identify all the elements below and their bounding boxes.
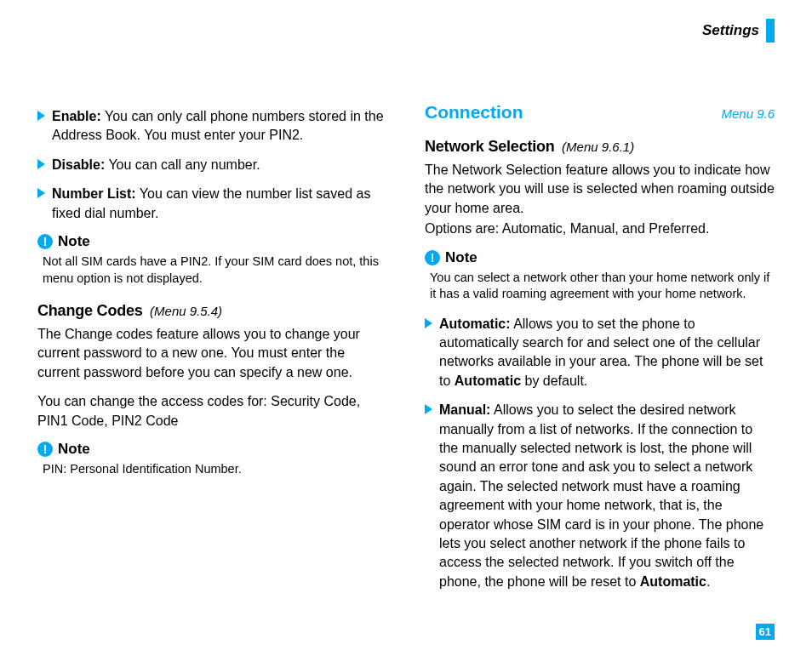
note-heading: ! Note bbox=[37, 441, 387, 458]
arrow-icon bbox=[37, 111, 45, 121]
arrow-icon bbox=[425, 318, 432, 328]
list-item: Manual: Allows you to select the desired… bbox=[425, 401, 775, 591]
page-header: Settings bbox=[702, 19, 775, 43]
note-label: Note bbox=[58, 233, 90, 250]
paragraph: The Change codes feature allows you to c… bbox=[37, 325, 387, 382]
paragraph: You can change the access codes for: Sec… bbox=[37, 392, 387, 430]
section-title: Connection bbox=[425, 102, 523, 123]
right-column: Connection Menu 9.6 Network Selection (M… bbox=[425, 102, 775, 602]
paragraph: The Network Selection feature allows you… bbox=[425, 161, 775, 218]
bullet-text: Automatic: Allows you to set the phone t… bbox=[439, 315, 775, 391]
subheading-change-codes: Change Codes (Menu 9.5.4) bbox=[37, 302, 387, 320]
note-text: You can select a network other than your… bbox=[430, 270, 775, 303]
arrow-icon bbox=[37, 188, 45, 198]
paragraph: Options are: Automatic, Manual, and Pref… bbox=[425, 220, 775, 238]
note-label: Note bbox=[58, 441, 90, 458]
header-accent-bar bbox=[766, 19, 775, 43]
info-icon: ! bbox=[37, 442, 53, 457]
left-column: Enable: You can only call phone numbers … bbox=[37, 102, 387, 602]
bullet-text: Manual: Allows you to select the desired… bbox=[439, 401, 775, 591]
arrow-icon bbox=[37, 159, 45, 169]
note-text: Not all SIM cards have a PIN2. If your S… bbox=[43, 254, 387, 287]
note-text: PIN: Personal Identification Number. bbox=[43, 461, 387, 478]
note-label: Note bbox=[445, 249, 477, 266]
section-heading-connection: Connection Menu 9.6 bbox=[425, 102, 775, 123]
list-item: Enable: You can only call phone numbers … bbox=[37, 107, 387, 145]
list-item: Number List: You can view the number lis… bbox=[37, 185, 387, 223]
subheading-network-selection: Network Selection (Menu 9.6.1) bbox=[425, 138, 775, 156]
page-number-badge: 61 bbox=[756, 624, 775, 640]
bullet-text: Disable: You can call any number. bbox=[52, 156, 387, 174]
list-item: Disable: You can call any number. bbox=[37, 156, 387, 174]
info-icon: ! bbox=[425, 250, 440, 265]
section-menu-ref: Menu 9.6 bbox=[721, 106, 775, 121]
note-heading: ! Note bbox=[37, 233, 387, 250]
arrow-icon bbox=[425, 404, 432, 414]
bullet-text: Number List: You can view the number lis… bbox=[52, 185, 387, 223]
header-title: Settings bbox=[702, 22, 759, 39]
note-heading: ! Note bbox=[425, 249, 775, 266]
bullet-text: Enable: You can only call phone numbers … bbox=[52, 107, 387, 145]
info-icon: ! bbox=[37, 234, 53, 249]
list-item: Automatic: Allows you to set the phone t… bbox=[425, 315, 775, 391]
